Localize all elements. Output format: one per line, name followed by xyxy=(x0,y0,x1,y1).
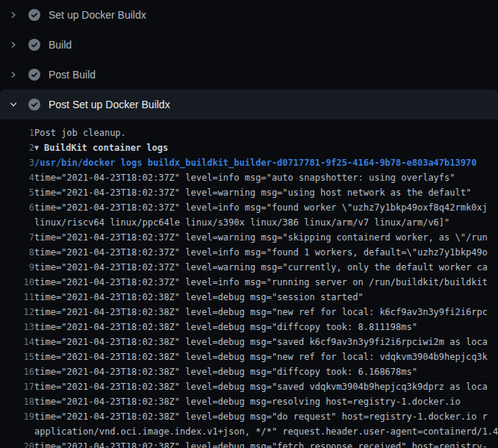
log-text: time="2021-04-23T18:02:38Z" level=debug … xyxy=(34,349,488,364)
log-line: 12time="2021-04-23T18:02:38Z" level=debu… xyxy=(0,305,498,320)
log-text-wrapped: linux/riscv64 linux/ppc64le linux/s390x … xyxy=(34,215,449,230)
log-line: 8time="2021-04-23T18:02:37Z" level=info … xyxy=(0,245,498,260)
log-text: time="2021-04-23T18:02:38Z" level=debug … xyxy=(34,305,488,320)
line-number[interactable]: 16 xyxy=(0,364,34,379)
log-text: time="2021-04-23T18:02:38Z" level=debug … xyxy=(34,439,488,448)
log-text: time="2021-04-23T18:02:38Z" level=debug … xyxy=(34,290,364,305)
log-text: time="2021-04-23T18:02:38Z" level=debug … xyxy=(34,364,417,379)
log-line: 13time="2021-04-23T18:02:38Z" level=debu… xyxy=(0,320,498,335)
check-circle-icon xyxy=(28,39,40,51)
line-number[interactable]: 8 xyxy=(0,245,34,260)
log-text: time="2021-04-23T18:02:37Z" level=info m… xyxy=(34,200,488,215)
log-line: 14time="2021-04-23T18:02:38Z" level=debu… xyxy=(0,335,498,349)
line-number[interactable]: 14 xyxy=(0,335,34,349)
log-line: 10time="2021-04-23T18:02:37Z" level=info… xyxy=(0,275,498,290)
line-number[interactable]: 4 xyxy=(0,170,34,185)
log-line: 3/usr/bin/docker logs buildx_buildkit_bu… xyxy=(0,155,498,170)
steps-list: Set up Docker BuildxBuildPost BuildPost … xyxy=(0,0,498,119)
log-text: time="2021-04-23T18:02:38Z" level=debug … xyxy=(34,409,488,424)
log-line: 4time="2021-04-23T18:02:37Z" level=info … xyxy=(0,170,498,185)
chevron-down-icon xyxy=(9,100,18,109)
chevron-right-icon xyxy=(9,40,18,49)
line-number-empty xyxy=(0,215,34,230)
step-label: Build xyxy=(49,39,72,51)
line-number[interactable]: 10 xyxy=(0,275,34,290)
log-text: time="2021-04-23T18:02:37Z" level=warnin… xyxy=(34,185,471,200)
log-text: time="2021-04-23T18:02:37Z" level=warnin… xyxy=(34,230,488,245)
log-line: 6time="2021-04-23T18:02:37Z" level=info … xyxy=(0,200,498,215)
log-text: time="2021-04-23T18:02:37Z" level=info m… xyxy=(34,245,488,260)
log-text: time="2021-04-23T18:02:37Z" level=info m… xyxy=(34,170,455,185)
log-text: time="2021-04-23T18:02:38Z" level=debug … xyxy=(34,394,461,409)
log-text: time="2021-04-23T18:02:38Z" level=debug … xyxy=(34,335,488,349)
line-number[interactable]: 5 xyxy=(0,185,34,200)
collapse-triangle-icon: ▼ xyxy=(34,140,39,155)
log-group-header[interactable]: ▼BuildKit container logs xyxy=(34,140,168,155)
line-number[interactable]: 18 xyxy=(0,394,34,409)
line-number[interactable]: 11 xyxy=(0,290,34,305)
chevron-right-icon xyxy=(9,70,18,79)
line-number[interactable]: 19 xyxy=(0,409,34,424)
line-number[interactable]: 3 xyxy=(0,155,34,170)
log-line: 5time="2021-04-23T18:02:37Z" level=warni… xyxy=(0,185,498,200)
line-number[interactable]: 12 xyxy=(0,305,34,320)
line-number[interactable]: 6 xyxy=(0,200,34,215)
line-number-empty xyxy=(0,424,34,439)
log-line: 9time="2021-04-23T18:02:37Z" level=warni… xyxy=(0,260,498,275)
log-line: 1Post job cleanup. xyxy=(0,125,498,140)
log-line-continuation: application/vnd.oci.image.index.v1+json,… xyxy=(0,424,498,439)
line-number[interactable]: 2 xyxy=(0,140,34,155)
line-number[interactable]: 20 xyxy=(0,439,34,448)
step-row[interactable]: Post Build xyxy=(0,60,498,90)
log-text: time="2021-04-23T18:02:37Z" level=info m… xyxy=(34,275,488,290)
log-text: time="2021-04-23T18:02:37Z" level=warnin… xyxy=(34,260,488,275)
check-circle-icon xyxy=(28,69,40,81)
step-label: Set up Docker Buildx xyxy=(49,9,146,21)
log-line: 20time="2021-04-23T18:02:38Z" level=debu… xyxy=(0,439,498,448)
log-text: time="2021-04-23T18:02:38Z" level=debug … xyxy=(34,379,488,394)
line-number[interactable]: 17 xyxy=(0,379,34,394)
log-line: 17time="2021-04-23T18:02:38Z" level=debu… xyxy=(0,379,498,394)
line-number[interactable]: 7 xyxy=(0,230,34,245)
log-text-wrapped: application/vnd.oci.image.index.v1+json,… xyxy=(34,424,498,439)
line-number[interactable]: 9 xyxy=(0,260,34,275)
step-row[interactable]: Set up Docker Buildx xyxy=(0,0,498,30)
step-label: Post Set up Docker Buildx xyxy=(49,99,170,111)
line-number[interactable]: 15 xyxy=(0,349,34,364)
log-text: Post job cleanup. xyxy=(34,125,126,140)
step-label: Post Build xyxy=(49,69,96,81)
check-circle-icon xyxy=(28,99,40,111)
log-command-text: /usr/bin/docker logs buildx_buildkit_bui… xyxy=(34,155,476,170)
line-number[interactable]: 1 xyxy=(0,125,34,140)
log-line: 15time="2021-04-23T18:02:38Z" level=debu… xyxy=(0,349,498,364)
line-number[interactable]: 13 xyxy=(0,320,34,335)
check-circle-icon xyxy=(28,9,40,21)
step-row[interactable]: Build xyxy=(0,30,498,60)
chevron-right-icon xyxy=(9,10,18,19)
log-panel: 1Post job cleanup.2▼BuildKit container l… xyxy=(0,119,498,448)
log-line: 19time="2021-04-23T18:02:38Z" level=debu… xyxy=(0,409,498,424)
log-line: 11time="2021-04-23T18:02:38Z" level=debu… xyxy=(0,290,498,305)
log-line-continuation: linux/riscv64 linux/ppc64le linux/s390x … xyxy=(0,215,498,230)
log-line: 18time="2021-04-23T18:02:38Z" level=debu… xyxy=(0,394,498,409)
log-line: 7time="2021-04-23T18:02:37Z" level=warni… xyxy=(0,230,498,245)
log-line: 16time="2021-04-23T18:02:38Z" level=debu… xyxy=(0,364,498,379)
log-group-label: BuildKit container logs xyxy=(44,143,168,153)
log-text: time="2021-04-23T18:02:38Z" level=debug … xyxy=(34,320,417,335)
step-row[interactable]: Post Set up Docker Buildx xyxy=(0,90,498,119)
log-line: 2▼BuildKit container logs xyxy=(0,140,498,155)
